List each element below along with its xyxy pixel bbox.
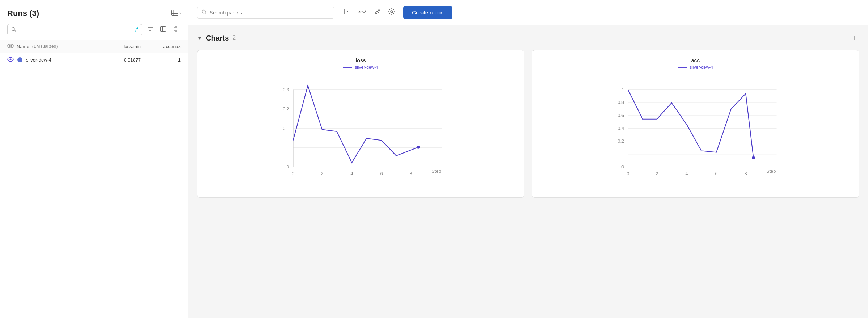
scatter-button[interactable] — [372, 7, 382, 18]
run-color-dot — [17, 57, 22, 62]
left-panel: Runs (3) › — [0, 0, 188, 318]
loss-end-dot — [417, 146, 420, 149]
svg-text:0.3: 0.3 — [283, 87, 289, 92]
table-icon — [171, 10, 178, 17]
acc-chart-svg: 1 0.8 0.6 0.4 0.2 0 0 2 4 6 8 — [538, 74, 853, 190]
acc-max-header: acc.max — [141, 44, 181, 49]
acc-chart-title: acc — [538, 58, 853, 63]
loss-chart-svg-container: 0.3 0.2 0.1 0 0 2 4 6 8 Step — [203, 74, 518, 192]
eye-icon — [7, 43, 14, 50]
sort-button[interactable] — [171, 25, 181, 35]
svg-text:0.2: 0.2 — [618, 138, 624, 144]
svg-text:0.2: 0.2 — [283, 106, 289, 112]
svg-text:Step: Step — [431, 168, 441, 174]
top-toolbar: Create report — [188, 0, 868, 25]
charts-area: ▾ Charts 2 + loss silver-dew-4 — [188, 25, 868, 318]
loss-chart-svg: 0.3 0.2 0.1 0 0 2 4 6 8 Step — [203, 74, 518, 190]
svg-point-28 — [378, 12, 379, 13]
charts-grid: loss silver-dew-4 — [197, 50, 859, 198]
loss-chart-title: loss — [203, 58, 518, 63]
svg-point-14 — [8, 44, 13, 48]
run-visibility-icon[interactable] — [7, 57, 14, 63]
svg-text:1: 1 — [621, 87, 624, 92]
acc-legend-label: silver-dew-4 — [690, 65, 713, 70]
svg-point-26 — [378, 9, 380, 11]
svg-text:0: 0 — [627, 171, 629, 176]
run-acc-max: 1 — [141, 57, 181, 63]
section-count: 2 — [232, 35, 236, 41]
svg-point-29 — [391, 11, 393, 13]
table-view-button[interactable]: › — [171, 10, 181, 17]
svg-text:8: 8 — [745, 171, 747, 176]
search-box[interactable]: .* — [7, 24, 142, 35]
loss-chart-card: loss silver-dew-4 — [197, 50, 524, 198]
section-title-group: ▾ Charts 2 — [197, 34, 236, 42]
table-header: Name (1 visualized) loss.min acc.max — [0, 40, 188, 53]
svg-text:0.6: 0.6 — [618, 113, 624, 118]
loss-line — [293, 85, 418, 163]
search-icon — [11, 27, 16, 33]
search-icon — [202, 9, 207, 16]
svg-text:0: 0 — [292, 171, 294, 176]
svg-rect-0 — [172, 10, 178, 15]
x-axis-button[interactable] — [342, 7, 353, 18]
svg-point-17 — [10, 59, 12, 60]
acc-legend-line — [678, 67, 687, 68]
visualized-note: (1 visualized) — [32, 44, 58, 49]
loss-min-header: loss.min — [101, 44, 141, 49]
table-row[interactable]: silver-dew-4 0.01877 1 — [0, 53, 188, 67]
svg-text:0.4: 0.4 — [618, 126, 624, 131]
svg-line-6 — [15, 30, 16, 32]
panel-search-input[interactable] — [210, 10, 330, 16]
run-name-col: silver-dew-4 — [7, 57, 101, 63]
name-column-header: Name (1 visualized) — [7, 43, 101, 50]
add-chart-button[interactable]: + — [849, 33, 859, 43]
svg-point-15 — [10, 45, 12, 47]
acc-line — [628, 90, 754, 158]
svg-text:2: 2 — [321, 171, 323, 176]
filter-button[interactable] — [145, 25, 155, 34]
create-report-button[interactable]: Create report — [403, 6, 452, 19]
collapse-button[interactable]: ▾ — [197, 34, 202, 42]
right-panel: Create report ▾ Charts 2 + loss silver-d… — [188, 0, 868, 318]
acc-chart-legend: silver-dew-4 — [538, 65, 853, 70]
loss-chart-legend: silver-dew-4 — [203, 65, 518, 70]
settings-button[interactable] — [387, 7, 397, 18]
panel-search[interactable] — [197, 7, 334, 19]
svg-text:4: 4 — [350, 171, 353, 176]
table-arrow: › — [179, 11, 181, 16]
runs-title: Runs (3) — [7, 9, 39, 18]
svg-rect-10 — [161, 27, 166, 32]
svg-text:8: 8 — [410, 171, 412, 176]
section-header: ▾ Charts 2 + — [197, 33, 859, 43]
svg-point-27 — [376, 13, 377, 14]
left-header: Runs (3) › — [0, 0, 188, 24]
section-title: Charts — [206, 34, 229, 42]
acc-chart-svg-container: 1 0.8 0.6 0.4 0.2 0 0 2 4 6 8 — [538, 74, 853, 192]
toolbar-icons — [342, 7, 397, 18]
search-row: .* — [0, 24, 188, 40]
svg-text:0.8: 0.8 — [618, 100, 624, 105]
acc-end-dot — [752, 156, 755, 159]
svg-text:0: 0 — [621, 164, 624, 170]
svg-text:0.1: 0.1 — [283, 126, 289, 131]
run-name: silver-dew-4 — [26, 57, 51, 63]
loss-legend-line — [343, 67, 352, 68]
run-loss-min: 0.01877 — [101, 57, 141, 63]
svg-text:0: 0 — [287, 164, 289, 170]
svg-line-19 — [205, 13, 207, 14]
svg-text:6: 6 — [380, 171, 383, 176]
svg-text:2: 2 — [656, 171, 658, 176]
svg-text:6: 6 — [715, 171, 718, 176]
svg-text:4: 4 — [685, 171, 688, 176]
regex-icon[interactable]: .* — [134, 26, 138, 33]
svg-text:Step: Step — [766, 168, 776, 174]
columns-button[interactable] — [158, 25, 168, 34]
svg-point-25 — [376, 11, 378, 12]
loss-legend-label: silver-dew-4 — [355, 65, 378, 70]
acc-chart-card: acc silver-dew-4 — [532, 50, 859, 198]
smoothing-button[interactable] — [357, 7, 368, 18]
name-col-label: Name — [17, 44, 29, 49]
runs-search-input[interactable] — [18, 27, 134, 33]
